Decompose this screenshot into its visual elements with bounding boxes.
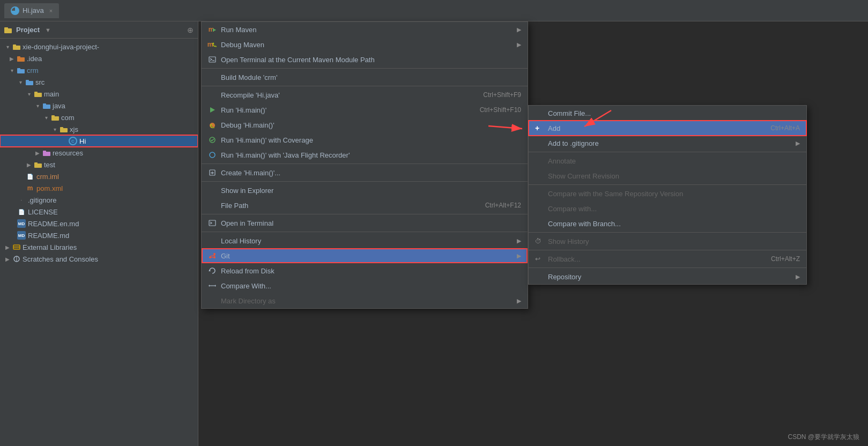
tree-item-test[interactable]: ▶ test (0, 159, 198, 170)
tree-item-main[interactable]: ▾ main (0, 88, 198, 100)
reload-icon (208, 266, 217, 275)
debug-icon: 🐛 (208, 121, 217, 129)
tree-item-com[interactable]: ▾ com (0, 112, 198, 123)
java-folder-icon (43, 103, 50, 109)
svg-point-32 (210, 152, 215, 158)
license-icon: 📄 (17, 207, 26, 216)
menu-git[interactable]: Git ▶ (202, 248, 528, 263)
show-history-text: Show History (548, 237, 800, 246)
java-file-icon (11, 6, 19, 15)
tree-item-readme[interactable]: MD README.md (0, 229, 198, 241)
show-explorer-icon (208, 186, 217, 195)
commit-text: Commit File... (548, 109, 800, 117)
resources-folder-icon (43, 150, 50, 156)
tree-item-resources[interactable]: ▶ resources (0, 147, 198, 159)
tree-item-ext-libs[interactable]: ▶ External Libraries (0, 241, 198, 253)
tree-item-gitignore[interactable]: · .gitignore (0, 194, 198, 206)
main-label: main (44, 90, 59, 98)
tree-item-hi[interactable]: C Hi (0, 135, 198, 147)
chevron-main: ▾ (26, 91, 32, 97)
show-explorer-text: Show in Explorer (221, 187, 521, 195)
idea-label: .idea (27, 55, 42, 63)
menu-compare-with[interactable]: Compare With... (202, 278, 528, 293)
run-icon (208, 106, 217, 114)
xjs-folder-icon (60, 127, 68, 132)
menu-coverage[interactable]: Run 'Hi.main()' with Coverage (202, 132, 528, 147)
terminal2-icon (208, 219, 217, 227)
xjs-label: xjs (70, 125, 78, 133)
gitignore-icon: · (17, 196, 26, 204)
menu-build-module[interactable]: Build Module 'crm' (202, 70, 528, 85)
svg-rect-21 (34, 162, 38, 165)
create-icon (208, 168, 217, 177)
menu-debug-maven[interactable]: m 🐛 Debug Maven ▶ (202, 37, 528, 52)
tree-item-src[interactable]: ▾ src (0, 76, 198, 88)
sidebar-dropdown-icon[interactable]: ▼ (45, 27, 51, 33)
hi-label: Hi (79, 137, 86, 145)
submenu-compare-same[interactable]: Compare with the Same Repository Version (529, 186, 806, 201)
menu-debug[interactable]: 🐛 Debug 'Hi.main()' (202, 117, 528, 132)
submenu-annotate[interactable]: Annotate (529, 153, 806, 168)
crm-iml-label: crm.iml (36, 173, 59, 181)
submenu-compare-branch[interactable]: Compare with Branch... (529, 216, 806, 231)
hi-java-tab[interactable]: Hi.java × (4, 3, 59, 18)
submenu-repository[interactable]: Repository ▶ (529, 269, 806, 284)
tree-item-idea[interactable]: ▶ .idea (0, 53, 198, 64)
chevron-java: ▾ (34, 102, 41, 109)
chevron-com: ▾ (43, 114, 49, 121)
local-history-text: Local History (221, 237, 508, 245)
menu-reload[interactable]: Reload from Disk (202, 263, 528, 278)
tree-item-crm-iml[interactable]: 📄 crm.iml (0, 170, 198, 182)
tree-item-readme-en[interactable]: MD README.en.md (0, 218, 198, 229)
file-path-icon (208, 201, 217, 210)
tree-item-scratches[interactable]: ▶ Scratches and Consoles (0, 253, 198, 265)
open-terminal-maven-text: Open Terminal at the Current Maven Modul… (221, 56, 521, 64)
tree-item-root[interactable]: ▾ xie-donghui-java-project- (0, 41, 198, 53)
rollback-icon: ↩ (535, 255, 544, 263)
submenu-add-gitignore[interactable]: Add to .gitignore ▶ (529, 136, 806, 151)
scratches-label: Scratches and Consoles (23, 255, 98, 263)
show-history-icon: ⏱ (535, 237, 544, 245)
submenu-show-history[interactable]: ⏱ Show History (529, 234, 806, 249)
ext-libs-label: External Libraries (23, 243, 77, 251)
main-folder-icon (34, 91, 42, 97)
compare-icon (208, 281, 217, 290)
menu-local-history[interactable]: Local History ▶ (202, 233, 528, 248)
submenu-commit[interactable]: Commit File... (529, 106, 806, 121)
submenu-add[interactable]: + Add Ctrl+Alt+A (529, 121, 806, 136)
menu-create[interactable]: Create 'Hi.main()'... (202, 165, 528, 180)
tree-item-license[interactable]: 📄 LICENSE (0, 206, 198, 218)
tree-item-crm[interactable]: ▾ crm (0, 64, 198, 76)
menu-open-terminal2[interactable]: Open in Terminal (202, 215, 528, 231)
svg-marker-40 (209, 270, 211, 271)
tree-item-java[interactable]: ▾ java (0, 100, 198, 112)
tree-item-xjs[interactable]: ▾ xjs (0, 123, 198, 135)
chevron-idea: ▶ (9, 55, 15, 62)
tree-item-pom[interactable]: m pom.xml (0, 182, 198, 194)
menu-recompile[interactable]: Recompile 'Hi.java' Ctrl+Shift+F9 (202, 87, 528, 102)
chevron-src: ▾ (17, 79, 24, 85)
add-shortcut: Ctrl+Alt+A (770, 124, 800, 132)
submenu-rollback[interactable]: ↩ Rollback... Ctrl+Alt+Z (529, 251, 806, 266)
submenu-show-revision[interactable]: Show Current Revision (529, 168, 806, 183)
menu-file-path[interactable]: File Path Ctrl+Alt+F12 (202, 198, 528, 213)
sub-sep-2 (529, 184, 806, 185)
tab-close-button[interactable]: × (49, 8, 53, 14)
menu-run[interactable]: Run 'Hi.main()' Ctrl+Shift+F10 (202, 102, 528, 117)
chevron-crm: ▾ (9, 67, 15, 73)
red-arrow-annotation (486, 121, 529, 137)
run-text: Run 'Hi.main()' (221, 106, 476, 114)
menu-open-terminal-maven[interactable]: Open Terminal at the Current Maven Modul… (202, 52, 528, 67)
submenu-compare-with[interactable]: Compare with... (529, 201, 806, 216)
menu-profiler[interactable]: Run 'Hi.main()' with 'Java Flight Record… (202, 147, 528, 162)
recompile-icon (208, 91, 217, 99)
build-icon (208, 73, 217, 81)
menu-show-explorer[interactable]: Show in Explorer (202, 183, 528, 198)
readme-label: README.md (28, 232, 69, 240)
compare-same-text: Compare with the Same Repository Version (548, 190, 800, 198)
svg-marker-43 (215, 285, 216, 287)
menu-mark-dir[interactable]: Mark Directory as ▶ (202, 293, 528, 308)
svg-point-37 (209, 256, 211, 258)
menu-run-maven[interactable]: m ▶ Run Maven ▶ (202, 22, 528, 37)
locate-icon[interactable]: ⊕ (187, 26, 194, 34)
